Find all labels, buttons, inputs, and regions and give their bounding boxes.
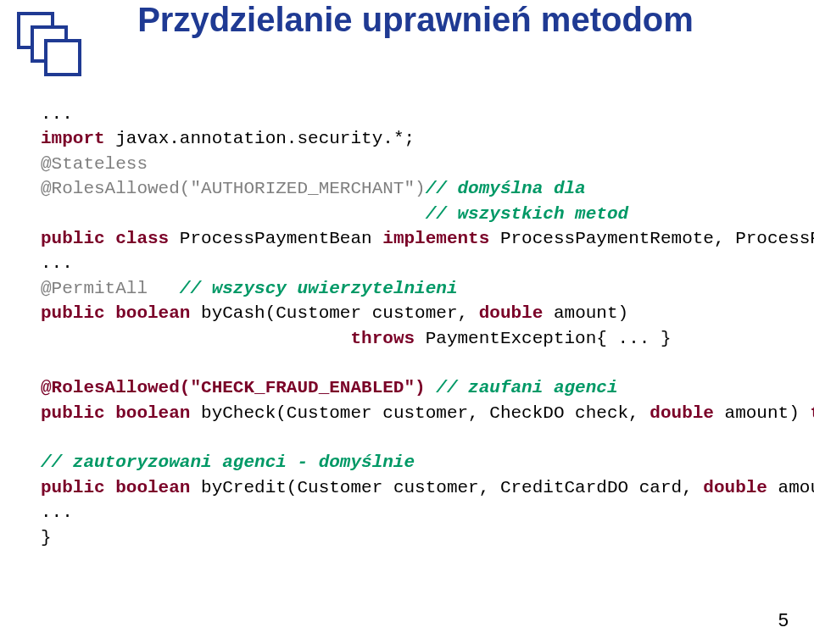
code-text: byCheck(Customer customer, CheckDO check… xyxy=(190,403,650,423)
annotation-rolesallowed-check: @RolesAllowed("CHECK_FRAUD_ENABLED") xyxy=(41,378,426,397)
comment: // zautoryzowani agenci - domyślnie xyxy=(41,452,415,472)
keyword: public boolean xyxy=(41,478,190,497)
page-number: 5 xyxy=(778,609,789,631)
code-text: PaymentException{ ... } xyxy=(415,329,671,348)
code-listing: ... import javax.annotation.security.*; … xyxy=(41,102,778,550)
spaces xyxy=(41,204,426,224)
comment: // wszystkich metod xyxy=(426,204,628,224)
slide-title: Przydzielanie uprawnień metodom xyxy=(85,0,746,39)
code-text: ProcessPaymentBean xyxy=(169,229,382,248)
keyword: public boolean xyxy=(41,303,190,323)
spaces xyxy=(148,279,180,298)
code-text: amount) xyxy=(767,478,814,497)
svg-rect-2 xyxy=(46,41,80,75)
squares-icon xyxy=(15,10,81,76)
code-text: javax.annotation.security.*; xyxy=(105,129,415,148)
keyword: public class xyxy=(41,229,169,248)
code-text: amount) xyxy=(714,403,810,423)
keyword: implements xyxy=(382,229,489,248)
keyword: throws xyxy=(350,329,415,348)
annotation-stateless: @Stateless xyxy=(41,154,148,174)
annotation-rolesallowed: @RolesAllowed("AUTHORIZED_MERCHANT") xyxy=(41,179,426,198)
spaces xyxy=(426,378,437,397)
keyword-import: import xyxy=(41,129,105,148)
spaces xyxy=(41,329,350,348)
comment: // domyślna dla xyxy=(426,179,586,198)
keyword: throws xyxy=(810,403,814,423)
comment: // wszyscy uwierzytelnieni xyxy=(180,279,458,298)
code-text: ProcessPaymentRemote, ProcessPaymentLoca… xyxy=(489,229,814,248)
code-text: amount) xyxy=(543,303,628,323)
comment: // zaufani agenci xyxy=(436,378,617,397)
keyword: double xyxy=(479,303,544,323)
code-text: byCredit(Customer customer, CreditCardDO… xyxy=(190,478,703,497)
code-text: byCash(Customer customer, xyxy=(190,303,478,323)
code-line: } xyxy=(41,528,52,547)
keyword: public boolean xyxy=(41,403,190,423)
keyword: double xyxy=(650,403,714,423)
code-line: ... xyxy=(41,253,73,273)
code-line: ... xyxy=(41,502,73,522)
annotation-permitall: @PermitAll xyxy=(41,279,148,298)
keyword: double xyxy=(703,478,767,497)
code-line: ... xyxy=(41,104,73,124)
